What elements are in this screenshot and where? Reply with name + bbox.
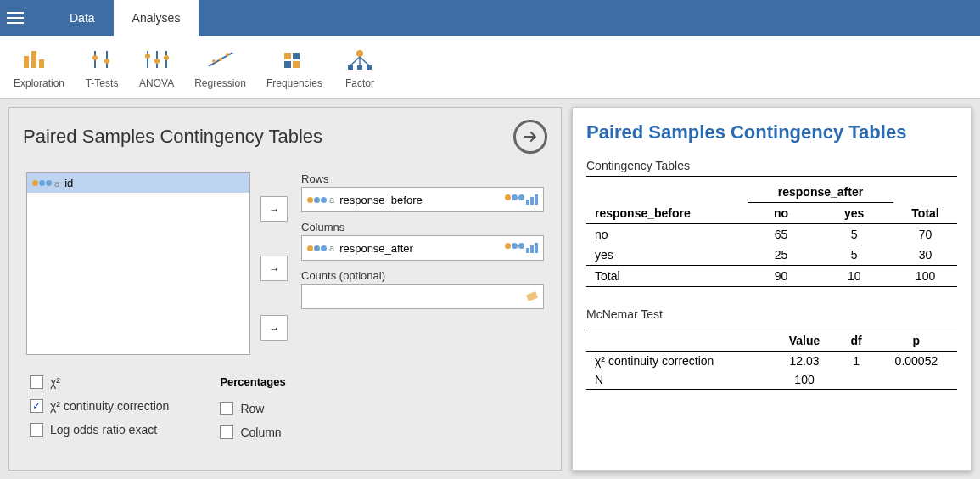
svg-point-4 — [92, 55, 98, 60]
svg-rect-26 — [357, 65, 362, 70]
regression-icon — [204, 45, 238, 74]
svg-rect-28 — [526, 291, 538, 301]
options-panel: Paired Samples Contingency Tables a id →… — [8, 107, 562, 471]
columns-dropzone[interactable]: a response_after — [301, 235, 544, 261]
columns-field-group: Columns a response_after — [301, 221, 544, 261]
svg-point-14 — [212, 59, 216, 63]
stat-df: 1 — [837, 352, 876, 371]
svg-point-12 — [164, 55, 169, 60]
exploration-icon — [22, 45, 56, 74]
col-total: 10 — [815, 266, 893, 287]
stat-df — [837, 370, 876, 390]
tab-data[interactable]: Data — [51, 0, 114, 36]
ribbon-label: Frequencies — [266, 77, 322, 89]
cell: 65 — [748, 224, 815, 245]
chi2-option[interactable]: χ² — [30, 375, 169, 389]
accepted-types-icon — [505, 243, 538, 253]
contingency-title: Contingency Tables — [586, 159, 957, 177]
row-var-header: response_before — [586, 203, 748, 224]
chi2cc-option[interactable]: ✓ χ² continuity correction — [30, 399, 169, 413]
option-label: Row — [240, 402, 264, 415]
hamburger-icon[interactable] — [7, 8, 27, 28]
svg-rect-20 — [293, 61, 300, 68]
tab-analyses[interactable]: Analyses — [114, 0, 199, 36]
columns-value: response_after — [339, 242, 413, 255]
ribbon-label: T-Tests — [86, 77, 119, 89]
option-label: χ² continuity correction — [50, 399, 169, 413]
counts-field-group: Counts (optional) — [301, 269, 544, 309]
assign-rows-button[interactable]: → — [260, 196, 288, 222]
row-pct-option[interactable]: Row — [220, 402, 285, 415]
arrow-right-icon — [522, 128, 539, 145]
checkbox[interactable] — [30, 423, 43, 437]
column-pct-option[interactable]: Column — [220, 425, 285, 439]
factor-icon — [343, 45, 377, 74]
percentages-options: Percentages Row Column — [220, 375, 285, 439]
rows-label: Rows — [301, 172, 544, 185]
col-total: 90 — [748, 266, 815, 287]
cell: 5 — [815, 224, 893, 245]
total-label: Total — [586, 266, 748, 287]
counts-label: Counts (optional) — [301, 269, 544, 282]
assign-counts-button[interactable]: → — [260, 315, 288, 341]
total-row: Total 90 10 100 — [586, 266, 957, 287]
table-row: N 100 — [586, 370, 957, 390]
cell: 25 — [748, 245, 815, 266]
nominal-icon: a — [32, 178, 59, 189]
stat-value: 100 — [771, 370, 837, 390]
columns-label: Columns — [301, 221, 544, 234]
rows-dropzone[interactable]: a response_before — [301, 187, 544, 212]
ribbon-label: Factor — [345, 77, 374, 89]
panel-header: Paired Samples Contingency Tables — [9, 108, 561, 166]
svg-rect-27 — [367, 65, 372, 70]
variable-id[interactable]: a id — [27, 173, 249, 193]
percentages-header: Percentages — [220, 375, 285, 388]
cell: 5 — [815, 245, 893, 266]
assign-arrows: → → → — [260, 172, 291, 355]
statistics-options: χ² ✓ χ² continuity correction Log odds r… — [30, 375, 169, 439]
ribbon-label: Exploration — [14, 77, 64, 89]
table-row: no 65 5 70 — [586, 224, 957, 245]
stat-p — [876, 370, 957, 390]
ribbon-factor[interactable]: Factor — [343, 45, 377, 89]
assign-columns-button[interactable]: → — [260, 256, 288, 281]
svg-point-16 — [226, 53, 229, 56]
ribbon-anova[interactable]: ANOVA — [139, 45, 174, 89]
rows-field-group: Rows a response_before — [301, 172, 544, 212]
ribbon-frequencies[interactable]: Frequencies — [266, 45, 322, 89]
mcnemar-table: Value df p χ² continuity correction 12.0… — [586, 330, 957, 390]
accepted-types-icon — [505, 194, 538, 205]
ttests-icon — [85, 45, 119, 74]
results-panel: Paired Samples Contingency Tables Contin… — [572, 107, 972, 471]
stat-p: 0.00052 — [876, 352, 957, 371]
svg-rect-18 — [293, 53, 300, 59]
svg-rect-19 — [284, 61, 291, 68]
svg-line-22 — [350, 57, 360, 65]
option-label: χ² — [50, 375, 60, 389]
checkbox[interactable] — [30, 375, 43, 389]
results-title: Paired Samples Contingency Tables — [586, 121, 957, 144]
logodds-option[interactable]: Log odds ratio exact — [30, 423, 169, 437]
svg-point-10 — [154, 59, 160, 64]
run-button[interactable] — [513, 120, 547, 154]
ribbon-exploration[interactable]: Exploration — [14, 45, 64, 89]
counts-dropzone[interactable] — [301, 284, 544, 309]
accepted-types-icon — [526, 290, 538, 302]
checkbox[interactable]: ✓ — [30, 399, 43, 413]
contingency-table: response_after response_before no yes To… — [586, 182, 957, 287]
table-row: yes 25 5 30 — [586, 245, 957, 266]
row-label: no — [586, 224, 748, 245]
panel-title: Paired Samples Contingency Tables — [23, 126, 322, 148]
nominal-icon: a — [307, 194, 334, 205]
stat-label: N — [586, 370, 771, 390]
ribbon-ttests[interactable]: T-Tests — [85, 45, 119, 89]
anova-icon — [140, 45, 174, 74]
checkbox[interactable] — [220, 425, 233, 439]
row-label: yes — [586, 245, 748, 266]
ribbon-regression[interactable]: Regression — [194, 45, 246, 89]
ribbon-label: ANOVA — [139, 77, 174, 89]
option-label: Column — [240, 425, 281, 439]
svg-rect-2 — [39, 59, 44, 68]
checkbox[interactable] — [220, 402, 233, 415]
variable-list[interactable]: a id — [26, 172, 250, 355]
